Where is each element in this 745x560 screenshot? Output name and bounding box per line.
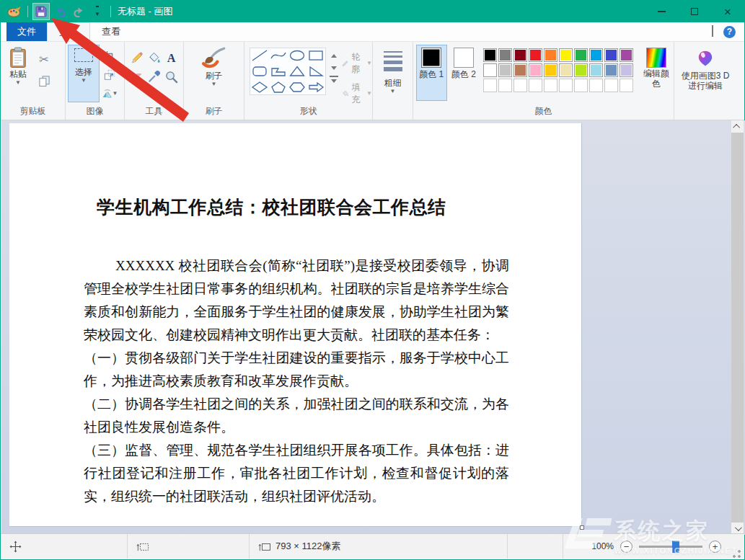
resize-grip[interactable]: [732, 549, 741, 559]
maximize-button[interactable]: [678, 1, 711, 22]
palette-swatch[interactable]: [589, 63, 603, 77]
ribbon-tabs: 文件 主页 查看 ?: [1, 22, 744, 42]
shape-pentagon-icon[interactable]: [270, 81, 287, 96]
shape-triangle-icon[interactable]: [288, 65, 306, 80]
brushes-dropdown-icon[interactable]: ▼: [211, 81, 217, 87]
palette-swatch[interactable]: [529, 63, 542, 77]
zoom-level-text: 100%: [591, 541, 614, 551]
shape-line-icon[interactable]: [251, 49, 268, 64]
shape-ellipse-icon[interactable]: [288, 49, 306, 64]
palette-swatch[interactable]: [513, 63, 527, 77]
palette-swatch-empty[interactable]: [544, 79, 557, 92]
tab-view[interactable]: 查看: [90, 22, 132, 41]
palette-swatch[interactable]: [483, 63, 497, 77]
palette-swatch[interactable]: [604, 48, 618, 62]
canvas-resize-handle[interactable]: [580, 525, 584, 530]
zoom-slider-thumb[interactable]: [672, 541, 679, 553]
zoom-out-button[interactable]: −: [620, 541, 632, 553]
palette-swatch[interactable]: [620, 63, 633, 77]
shape-hexagon-icon[interactable]: [288, 81, 306, 96]
palette-swatch[interactable]: [498, 48, 512, 62]
cut-button[interactable]: ✂: [35, 51, 53, 67]
eraser-tool[interactable]: [130, 70, 144, 86]
paste-dropdown-icon[interactable]: ▼: [15, 80, 21, 86]
color2-button[interactable]: 颜色 2: [449, 45, 479, 100]
document-page[interactable]: 学生机构工作总结：校社团联合会工作总结 XXXXXX 校社团联合会(简称“社团联…: [9, 123, 582, 527]
shape-curve-icon[interactable]: [270, 49, 287, 64]
palette-swatch-empty[interactable]: [483, 79, 497, 92]
palette-swatch[interactable]: [574, 48, 588, 62]
shapes-scroll-up-icon[interactable]: [330, 51, 338, 60]
palette-swatch[interactable]: [544, 63, 557, 77]
palette-swatch-empty[interactable]: [559, 79, 573, 92]
paint3d-button[interactable]: 使用画图3 D 进行编辑: [679, 45, 731, 120]
shapes-more-icon[interactable]: [330, 76, 338, 84]
palette-swatch[interactable]: [574, 63, 588, 77]
palette-swatch[interactable]: [483, 48, 497, 62]
shape-rectangle-icon[interactable]: [307, 49, 325, 64]
document-paragraph: （二）协调各学生社团之间的关系，加强社团之间的联系和交流，为各社团良性发展创造条…: [84, 393, 509, 439]
size-dropdown-icon[interactable]: ▼: [390, 89, 396, 94]
select-dropdown-icon[interactable]: ▼: [81, 78, 87, 84]
zoom-slider[interactable]: [639, 546, 702, 548]
zoom-in-button[interactable]: +: [709, 541, 721, 553]
collapse-ribbon-icon[interactable]: [712, 27, 713, 37]
redo-button[interactable]: [71, 4, 87, 19]
help-icon[interactable]: ?: [723, 26, 736, 38]
palette-swatch[interactable]: [559, 63, 573, 77]
crop-button[interactable]: [101, 48, 118, 64]
size-button[interactable]: 粗细 ▼: [377, 45, 409, 120]
cursor-position-icon: [9, 541, 22, 553]
qat-customize-dropdown-icon[interactable]: ▾: [89, 4, 105, 19]
palette-swatch[interactable]: [529, 48, 542, 62]
shape-diamond-icon[interactable]: [251, 81, 268, 96]
group-colors: 颜色 1 颜色 2 编辑颜色 颜色: [413, 42, 674, 120]
palette-swatch[interactable]: [620, 48, 633, 62]
palette-swatch[interactable]: [544, 48, 557, 62]
palette-swatch-empty[interactable]: [620, 79, 633, 92]
rotate-button[interactable]: ▼: [101, 86, 118, 102]
text-icon: A: [164, 51, 178, 65]
palette-swatch-empty[interactable]: [529, 79, 542, 92]
resize-button[interactable]: [101, 67, 118, 83]
group-clipboard: 粘贴 ▼ ✂ 剪贴板: [1, 42, 66, 120]
palette-swatch[interactable]: [513, 48, 527, 62]
undo-button[interactable]: [52, 4, 68, 19]
vertical-scrollbar[interactable]: [731, 120, 744, 535]
shape-arrow-icon[interactable]: [307, 81, 325, 96]
palette-swatch[interactable]: [559, 48, 573, 62]
color1-button[interactable]: 颜色 1: [417, 45, 446, 100]
copy-button[interactable]: [35, 73, 53, 89]
pencil-icon: [130, 51, 144, 65]
status-bar: 793 × 1122像素 100% − +: [1, 533, 744, 559]
close-button[interactable]: ×: [711, 1, 744, 22]
text-tool[interactable]: A: [164, 51, 178, 67]
palette-swatch-empty[interactable]: [498, 79, 512, 92]
palette-swatch-empty[interactable]: [604, 79, 618, 92]
magnifier-icon: [164, 70, 178, 84]
save-button[interactable]: [33, 4, 49, 19]
tab-home[interactable]: 主页: [47, 22, 90, 41]
palette-swatch-empty[interactable]: [513, 79, 527, 92]
tab-file[interactable]: 文件: [6, 22, 47, 41]
palette-swatch[interactable]: [498, 63, 512, 77]
fill-button[interactable]: 填充 ▼: [342, 81, 372, 106]
select-button[interactable]: 选择 ▼: [69, 45, 99, 102]
shape-rounded-rectangle-icon[interactable]: [251, 65, 268, 80]
minimize-button[interactable]: [645, 1, 678, 22]
palette-swatch-empty[interactable]: [589, 79, 603, 92]
shape-polygon-icon[interactable]: [270, 65, 287, 80]
scrollbar-up-icon[interactable]: [731, 120, 744, 133]
fill-tool[interactable]: [147, 51, 161, 67]
magnifier-tool[interactable]: [164, 70, 178, 86]
canvas-area[interactable]: 学生机构工作总结：校社团联合会工作总结 XXXXXX 校社团联合会(简称“社团联…: [1, 120, 745, 535]
pencil-tool[interactable]: [130, 51, 144, 67]
outline-button[interactable]: 轮廓 ▼: [342, 51, 372, 76]
rotate-dropdown-icon[interactable]: ▼: [113, 91, 118, 97]
shape-right-triangle-icon[interactable]: [307, 65, 325, 80]
palette-swatch-empty[interactable]: [574, 79, 588, 92]
eyedropper-tool[interactable]: [147, 70, 161, 86]
palette-swatch[interactable]: [604, 63, 618, 77]
palette-swatch[interactable]: [589, 48, 603, 62]
shapes-scroll-down-icon[interactable]: [330, 63, 338, 72]
